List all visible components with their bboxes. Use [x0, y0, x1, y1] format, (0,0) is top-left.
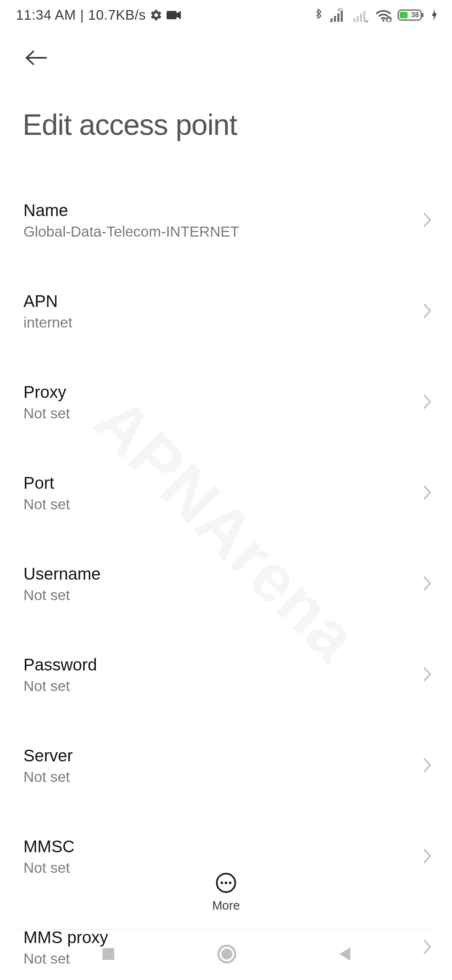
item-title: APN — [23, 292, 72, 311]
item-username[interactable]: Username Not set — [0, 550, 452, 618]
item-value: Not set — [23, 769, 73, 785]
wifi-icon — [375, 8, 392, 22]
item-value: Not set — [23, 587, 101, 603]
charging-bolt-icon — [431, 8, 438, 22]
item-value: internet — [23, 314, 72, 331]
svg-point-16 — [221, 882, 223, 884]
svg-rect-3 — [334, 16, 336, 22]
svg-rect-7 — [357, 16, 359, 22]
chevron-right-icon — [423, 212, 432, 230]
more-button[interactable]: More — [212, 872, 240, 913]
chevron-right-icon — [423, 757, 432, 775]
svg-point-17 — [225, 882, 227, 884]
status-separator: | — [80, 7, 84, 23]
svg-rect-19 — [103, 948, 114, 960]
chevron-right-icon — [423, 575, 432, 593]
item-value: Global-Data-Telecom-INTERNET — [23, 223, 239, 240]
page-title: Edit access point — [23, 108, 429, 142]
square-icon — [100, 946, 117, 962]
chevron-right-icon — [423, 394, 432, 411]
svg-point-18 — [229, 882, 231, 884]
item-title: Name — [23, 201, 239, 220]
svg-rect-0 — [167, 11, 177, 19]
status-time: 11:34 AM — [16, 7, 76, 23]
chevron-right-icon — [423, 303, 432, 320]
status-bar: 11:34 AM | 10.7KB/s 4G 38 — [0, 0, 452, 30]
svg-point-10 — [383, 20, 385, 22]
nav-home-button[interactable] — [217, 944, 237, 966]
more-label: More — [212, 899, 240, 913]
more-circle-icon — [215, 872, 237, 894]
svg-point-11 — [386, 17, 391, 22]
svg-point-21 — [221, 949, 232, 959]
bottom-action-bar: More — [0, 854, 452, 930]
battery-icon: 38 — [398, 8, 425, 22]
svg-rect-6 — [353, 18, 355, 22]
signal-4g-icon: 4G — [330, 8, 347, 23]
nav-back-button[interactable] — [337, 946, 352, 964]
status-right: 4G 38 — [314, 8, 438, 23]
settings-gear-icon — [150, 9, 162, 21]
item-port[interactable]: Port Not set — [0, 459, 452, 527]
item-title: Server — [23, 746, 73, 765]
item-title: MMSC — [23, 837, 74, 856]
item-server[interactable]: Server Not set — [0, 732, 452, 799]
back-button[interactable] — [24, 46, 48, 70]
svg-rect-14 — [422, 13, 424, 17]
item-title: Proxy — [23, 383, 70, 402]
item-value: Not set — [23, 496, 70, 513]
item-title: Password — [23, 655, 97, 674]
svg-rect-5 — [341, 11, 343, 22]
item-value: Not set — [23, 678, 97, 694]
svg-rect-4 — [337, 13, 339, 22]
item-proxy[interactable]: Proxy Not set — [0, 369, 452, 436]
signal-nosim-icon — [352, 8, 369, 23]
item-title: Username — [23, 565, 101, 583]
battery-pct-text: 38 — [411, 11, 419, 19]
bluetooth-icon — [314, 8, 324, 23]
item-title: Port — [23, 474, 70, 493]
arrow-left-icon — [24, 49, 48, 67]
camera-icon — [167, 10, 181, 20]
system-nav-bar — [0, 930, 452, 980]
item-apn[interactable]: APN internet — [0, 278, 452, 345]
circle-icon — [217, 944, 237, 964]
chevron-right-icon — [423, 666, 432, 684]
svg-rect-13 — [400, 12, 408, 18]
nav-recent-button[interactable] — [100, 946, 117, 964]
status-left: 11:34 AM | 10.7KB/s — [16, 7, 181, 23]
header: Edit access point — [0, 30, 452, 142]
item-value: Not set — [23, 405, 70, 422]
svg-rect-8 — [360, 13, 362, 22]
status-speed: 10.7KB/s — [88, 7, 146, 23]
item-name[interactable]: Name Global-Data-Telecom-INTERNET — [0, 187, 452, 254]
item-password[interactable]: Password Not set — [0, 641, 452, 709]
chevron-right-icon — [423, 485, 432, 502]
triangle-left-icon — [337, 946, 352, 962]
